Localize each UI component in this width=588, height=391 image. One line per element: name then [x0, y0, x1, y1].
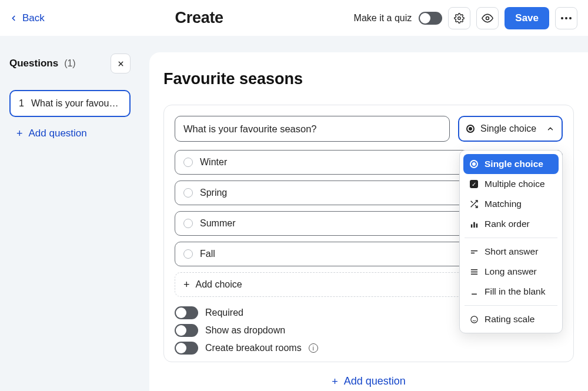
dropdown-label: Show as dropdown: [205, 325, 285, 336]
choice-text: Fall: [200, 249, 215, 259]
more-button[interactable]: [555, 7, 577, 29]
content: Questions (1) 1 What is your favourite… …: [0, 36, 588, 391]
type-option-label: Rating scale: [485, 314, 534, 325]
svg-rect-9: [476, 223, 477, 228]
breakout-toggle[interactable]: [175, 342, 198, 355]
type-option-rating-scale[interactable]: Rating scale: [463, 309, 559, 329]
blank-icon: [469, 287, 479, 296]
svg-rect-7: [470, 224, 472, 228]
shuffle-icon: [469, 199, 479, 209]
type-option-matching[interactable]: Matching: [463, 194, 559, 214]
sidebar-header: Questions (1): [9, 54, 131, 73]
smile-icon: [469, 315, 479, 324]
add-question-label: Add question: [344, 375, 406, 387]
plus-icon: +: [183, 279, 190, 290]
radio-icon: [470, 160, 478, 168]
type-option-label: Fill in the blank: [485, 286, 545, 297]
add-question-button[interactable]: + Add question: [163, 375, 574, 387]
choice-text: Summer: [200, 218, 235, 229]
chevron-up-icon: [546, 125, 554, 133]
editor-card: Favourite seasons Single choice: [149, 52, 588, 391]
type-option-label: Long answer: [485, 266, 537, 277]
plus-icon: +: [332, 376, 338, 387]
sidebar-add-question[interactable]: + Add question: [9, 128, 131, 139]
question-type-label: Single choice: [480, 123, 546, 134]
required-toggle[interactable]: [175, 306, 198, 319]
sidebar-close-button[interactable]: [111, 54, 131, 73]
radio-icon: [466, 125, 475, 133]
sidebar-question-item[interactable]: 1 What is your favourite…: [9, 90, 131, 117]
quiz-toggle-label: Make it a quiz: [354, 13, 412, 24]
more-icon: [561, 17, 572, 19]
sidebar-add-label: Add question: [29, 128, 87, 139]
chevron-left-icon: [9, 14, 18, 22]
question-editor: Single choice Single choice ✓: [163, 105, 574, 362]
type-option-label: Multiple choice: [485, 179, 545, 189]
type-option-label: Short answer: [485, 246, 538, 257]
svg-rect-8: [473, 222, 475, 227]
choice-text: Spring: [200, 188, 227, 198]
short-text-icon: [469, 247, 479, 256]
main: Favourite seasons Single choice: [140, 36, 588, 391]
sidebar-question-text: What is your favourite…: [31, 98, 119, 109]
type-option-single-choice[interactable]: Single choice: [463, 154, 559, 174]
quiz-toggle[interactable]: [419, 12, 442, 25]
type-option-label: Matching: [485, 199, 522, 209]
type-option-fill-blank[interactable]: Fill in the blank: [463, 282, 559, 302]
back-button[interactable]: Back: [9, 12, 45, 24]
type-option-label: Rank order: [485, 219, 530, 229]
type-option-label: Single choice: [485, 159, 543, 169]
checkbox-icon: ✓: [470, 180, 478, 188]
long-text-icon: [469, 267, 479, 276]
page-title: Create: [175, 9, 223, 27]
sidebar-question-num: 1: [19, 98, 24, 109]
sidebar: Questions (1) 1 What is your favourite… …: [0, 36, 140, 391]
menu-separator: [465, 238, 557, 238]
preview-button[interactable]: [476, 7, 499, 29]
svg-line-6: [471, 201, 473, 203]
svg-point-16: [470, 316, 477, 322]
choice-text: Winter: [200, 157, 227, 168]
type-option-multiple-choice[interactable]: ✓ Multiple choice: [463, 174, 559, 194]
bar-chart-icon: [469, 219, 479, 229]
back-label: Back: [22, 12, 45, 24]
breakout-label: Create breakout rooms: [205, 343, 302, 353]
question-text-input[interactable]: [175, 116, 450, 142]
required-label: Required: [205, 308, 243, 318]
question-type-menu: Single choice ✓ Multiple choice Matchin: [459, 150, 563, 333]
type-option-rank-order[interactable]: Rank order: [463, 214, 559, 234]
type-option-short-answer[interactable]: Short answer: [463, 242, 559, 262]
header: Back Create Make it a quiz Save: [0, 0, 588, 36]
plus-icon: +: [16, 128, 23, 139]
poll-title: Favourite seasons: [163, 70, 574, 88]
sidebar-title: Questions: [9, 58, 58, 69]
close-icon: [117, 60, 125, 68]
radio-empty-icon: [183, 188, 193, 198]
breakout-option: Create breakout rooms i: [175, 342, 563, 355]
question-type-select[interactable]: Single choice Single choice ✓: [458, 116, 563, 142]
settings-button[interactable]: [448, 7, 470, 29]
radio-empty-icon: [183, 219, 193, 228]
dropdown-toggle[interactable]: [175, 324, 198, 337]
eye-icon: [482, 12, 493, 24]
gear-icon: [454, 13, 465, 24]
type-option-long-answer[interactable]: Long answer: [463, 262, 559, 282]
add-choice-label: Add choice: [196, 279, 242, 290]
svg-point-0: [458, 16, 461, 19]
header-actions: Make it a quiz Save: [354, 7, 577, 29]
radio-empty-icon: [183, 158, 193, 167]
sidebar-count: (1): [64, 58, 76, 69]
menu-separator: [465, 305, 557, 306]
save-button[interactable]: Save: [505, 7, 549, 29]
radio-empty-icon: [183, 249, 193, 259]
svg-point-1: [486, 16, 489, 19]
info-icon[interactable]: i: [309, 343, 318, 353]
